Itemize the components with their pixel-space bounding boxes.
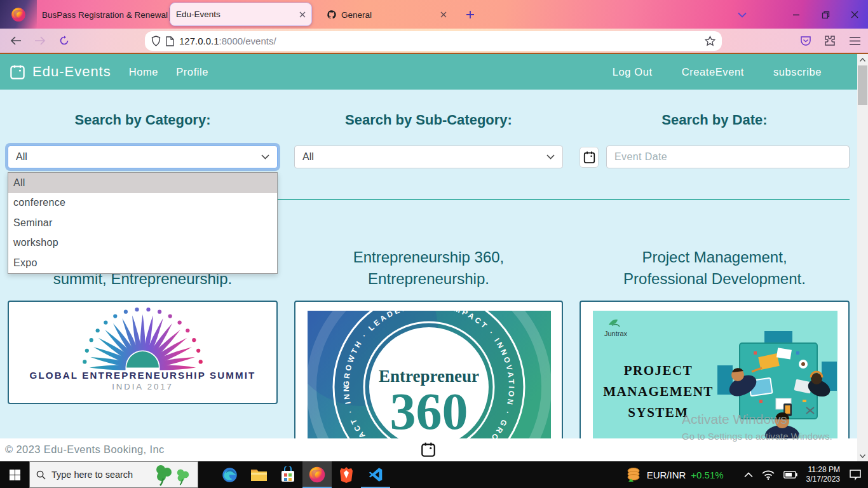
ticker-pair: EUR/INR	[647, 470, 686, 480]
date-search-group	[580, 146, 850, 168]
firefox-logo-icon	[10, 6, 27, 23]
activate-windows-watermark: Activate Windows Go to Settings to activ…	[682, 412, 832, 442]
tab-general[interactable]: General	[321, 4, 452, 25]
tab-bar: BusPass Registration & Renewal Edu-Event…	[0, 0, 868, 29]
nav-link-profile[interactable]: Profile	[176, 66, 208, 78]
microsoft-store-icon[interactable]	[273, 461, 302, 488]
e360-number-text: 360	[390, 383, 468, 440]
menu-hamburger-icon[interactable]	[845, 31, 864, 50]
chevron-down-icon	[546, 154, 555, 159]
github-favicon	[327, 10, 337, 20]
tab-title: General	[341, 10, 372, 20]
calendar-icon	[583, 151, 595, 164]
taskbar-clock[interactable]: 11:28 PM 3/17/2023	[806, 465, 840, 484]
shamrock-decoration-icon[interactable]	[153, 463, 191, 486]
tab-close-icon[interactable]	[440, 11, 447, 18]
scrollbar-thumb[interactable]	[858, 65, 867, 105]
search-date-heading: Search by Date:	[580, 112, 850, 128]
entrepreneur-360-logo: GROWTH · LEADERSHIP · IMPACT · INNOVATIO…	[308, 311, 551, 458]
date-picker-button[interactable]	[580, 147, 599, 168]
nav-link-create-event[interactable]: CreateEvent	[682, 66, 744, 78]
brave-icon[interactable]	[332, 461, 361, 488]
nav-link-home[interactable]: Home	[129, 66, 158, 78]
url-toolbar: 127.0.0.1 :8000/events/	[0, 29, 868, 54]
coins-icon	[626, 467, 642, 482]
dropdown-option[interactable]: conference	[8, 193, 277, 214]
browser-chrome: BusPass Registration & Renewal Edu-Event…	[0, 0, 868, 54]
dropdown-option[interactable]: All	[8, 173, 277, 193]
dropdown-option[interactable]: Expo	[8, 253, 277, 273]
edge-icon[interactable]	[215, 461, 244, 488]
battery-icon[interactable]	[783, 471, 797, 478]
pms-line2: MANAGEMENT	[603, 384, 714, 399]
start-button[interactable]	[0, 461, 29, 488]
pocket-icon[interactable]	[796, 31, 815, 50]
forward-button[interactable]	[31, 31, 50, 50]
copyright-text: © 2023 Edu-Events Booking, Inc	[5, 438, 165, 460]
tab-title: Edu-Events	[176, 10, 220, 19]
windows-taskbar: EUR/INR +0.51% 11:28 PM 3/17/2023	[0, 461, 868, 488]
firefox-taskbar-icon[interactable]	[302, 461, 332, 488]
page-viewport: Edu-Events Home Profile Log Out CreateEv…	[0, 54, 868, 461]
tab-buspass[interactable]: BusPass Registration & Renewal	[32, 4, 168, 25]
event-date-input[interactable]	[606, 146, 850, 168]
search-subcategory-heading: Search by Sub-Category:	[294, 112, 563, 128]
url-bar[interactable]: 127.0.0.1 :8000/events/	[145, 31, 722, 51]
ges-logo: GLOBAL ENTREPRENEURSHIP SUMMIT INDIA 201…	[10, 303, 275, 402]
page-info-icon[interactable]	[166, 36, 174, 46]
brand-name[interactable]: Edu-Events	[32, 64, 111, 80]
scroll-up-arrow[interactable]	[857, 54, 868, 65]
pms-brand-text: Juntrax	[604, 330, 628, 337]
category-select[interactable]: All	[8, 146, 278, 168]
pms-line1: PROJECT	[624, 363, 693, 378]
taskbar-search-input[interactable]	[51, 470, 147, 480]
dropdown-option[interactable]: Seminar	[8, 213, 277, 233]
window-minimize-button[interactable]	[788, 6, 804, 23]
nav-link-logout[interactable]: Log Out	[613, 66, 653, 78]
reload-button[interactable]	[55, 31, 74, 50]
dropdown-option[interactable]: workshop	[8, 233, 277, 254]
tab-close-icon[interactable]	[299, 11, 306, 18]
ticker-change: +0.51%	[691, 470, 723, 480]
category-select-value: All	[16, 151, 27, 163]
page-scrollbar[interactable]	[857, 54, 868, 461]
search-headings: Search by Category: Search by Sub-Catego…	[8, 112, 850, 128]
tab-title: BusPass Registration & Renewal	[42, 10, 168, 20]
taskbar-search-box[interactable]	[29, 461, 198, 488]
ges-title-text: GLOBAL ENTREPRENEURSHIP SUMMIT	[30, 370, 256, 381]
event-title-2: Entrepreneurship 360, Entrepreneurship.	[294, 247, 563, 290]
site-navbar: Edu-Events Home Profile Log Out CreateEv…	[0, 54, 857, 90]
ges-subtitle-text: INDIA 2017	[112, 382, 173, 391]
chevron-down-icon	[261, 154, 269, 159]
vscode-icon[interactable]	[361, 461, 390, 488]
clock-date: 3/17/2023	[806, 475, 840, 484]
footer-calendar-icon	[420, 442, 437, 458]
search-icon	[36, 470, 46, 480]
event-card-ges[interactable]: GLOBAL ENTREPRENEURSHIP SUMMIT INDIA 201…	[8, 301, 278, 404]
site-footer: © 2023 Edu-Events Booking, Inc	[0, 438, 857, 461]
new-tab-button[interactable]	[462, 6, 478, 23]
search-controls: All All	[8, 146, 850, 168]
back-button[interactable]	[6, 31, 25, 50]
event-title-3: Project Management, Professional Develop…	[580, 247, 850, 290]
nav-link-subscribe[interactable]: subscribe	[773, 66, 822, 78]
shield-icon[interactable]	[151, 36, 161, 46]
window-close-button[interactable]	[846, 6, 863, 23]
extensions-puzzle-icon[interactable]	[820, 31, 839, 50]
action-center-icon[interactable]	[849, 469, 862, 480]
list-all-tabs-chevron-icon[interactable]	[734, 6, 750, 23]
subcategory-select-value: All	[302, 151, 314, 163]
tab-edu-events-active[interactable]: Edu-Events	[170, 3, 312, 26]
category-dropdown-list: All conference Seminar workshop Expo	[8, 172, 278, 274]
url-path: :8000/events/	[219, 36, 276, 46]
wifi-icon[interactable]	[762, 470, 775, 480]
event-card-e360[interactable]: GROWTH · LEADERSHIP · IMPACT · INNOVATIO…	[294, 301, 563, 456]
bookmark-star-icon[interactable]	[705, 36, 715, 46]
subcategory-select[interactable]: All	[294, 146, 563, 168]
window-restore-button[interactable]	[817, 6, 834, 23]
scroll-down-arrow[interactable]	[857, 451, 868, 461]
tray-chevron-up-icon[interactable]	[744, 472, 753, 478]
currency-ticker[interactable]: EUR/INR +0.51%	[626, 467, 724, 482]
file-explorer-icon[interactable]	[244, 461, 273, 488]
nav-right-links: Log Out CreateEvent subscribe	[613, 66, 822, 78]
